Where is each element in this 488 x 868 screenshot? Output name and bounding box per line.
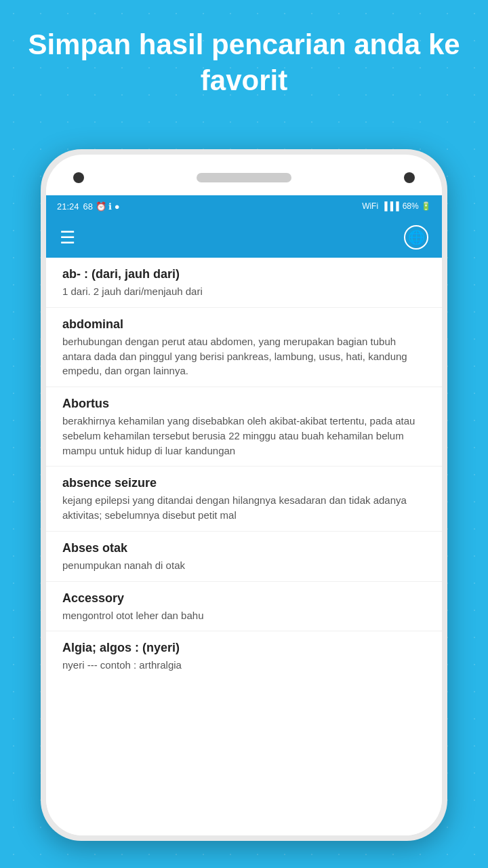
entry-term: abdominal: [62, 317, 426, 332]
entry-definition: 1 dari. 2 jauh dari/menjauh dari: [62, 284, 426, 299]
entry-term: Abses otak: [62, 541, 426, 555]
dictionary-entry[interactable]: Abses otakpenumpukan nanah di otak: [46, 532, 442, 582]
entry-definition: berhubungan dengan perut atau abdomen, y…: [62, 334, 426, 378]
camera-left: [73, 172, 84, 183]
battery-display: 68% 🔋: [403, 201, 431, 211]
entry-term: Algia; algos : (nyeri): [62, 641, 426, 655]
entry-term: absence seizure: [62, 476, 426, 490]
entry-definition: mengontrol otot leher dan bahu: [62, 608, 426, 623]
entry-definition: kejang epilepsi yang ditandai dengan hil…: [62, 493, 426, 523]
speaker: [197, 173, 291, 182]
phone-frame: 21:24 68 ⏰ ℹ ● WiFi ▐▐▐ 68% 🔋 ☰ 🌐 ab- : …: [41, 149, 447, 841]
notification-icons: 68 ⏰ ℹ ●: [83, 201, 120, 212]
status-right: WiFi ▐▐▐ 68% 🔋: [362, 201, 431, 211]
time-display: 21:24: [57, 201, 79, 212]
dictionary-entry[interactable]: Algia; algos : (nyeri)nyeri --- contoh :…: [46, 631, 442, 681]
entry-definition: penumpukan nanah di otak: [62, 558, 426, 573]
dictionary-entry[interactable]: Accessorymengontrol otot leher dan bahu: [46, 582, 442, 632]
language-button[interactable]: 🌐: [404, 225, 428, 250]
phone-top-bar: [46, 155, 442, 201]
signal-icon: ▐▐▐: [382, 201, 399, 211]
hamburger-menu-button[interactable]: ☰: [60, 227, 75, 248]
status-left: 21:24 68 ⏰ ℹ ●: [57, 201, 120, 212]
globe-icon-symbol: 🌐: [408, 229, 425, 245]
content-area[interactable]: ab- : (dari, jauh dari)1 dari. 2 jauh da…: [46, 258, 442, 835]
phone-inner: 21:24 68 ⏰ ℹ ● WiFi ▐▐▐ 68% 🔋 ☰ 🌐 ab- : …: [46, 155, 442, 835]
camera-right: [404, 172, 415, 183]
entry-term: Abortus: [62, 397, 426, 411]
wifi-icon: WiFi: [362, 201, 378, 211]
dictionary-entry[interactable]: ab- : (dari, jauh dari)1 dari. 2 jauh da…: [46, 258, 442, 308]
entry-term: Accessory: [62, 591, 426, 606]
dictionary-entry[interactable]: Abortusberakhirnya kehamilan yang diseba…: [46, 387, 442, 467]
entry-term: ab- : (dari, jauh dari): [62, 267, 426, 281]
dictionary-entry[interactable]: absence seizurekejang epilepsi yang dita…: [46, 467, 442, 532]
entry-definition: berakhirnya kehamilan yang disebabkan ol…: [62, 414, 426, 458]
entry-definition: nyeri --- contoh : arthralgia: [62, 658, 426, 673]
header-title: Simpan hasil pencarian anda ke favorit: [0, 27, 488, 98]
dictionary-entry[interactable]: abdominalberhubungan dengan perut atau a…: [46, 308, 442, 387]
app-toolbar: ☰ 🌐: [46, 217, 442, 258]
